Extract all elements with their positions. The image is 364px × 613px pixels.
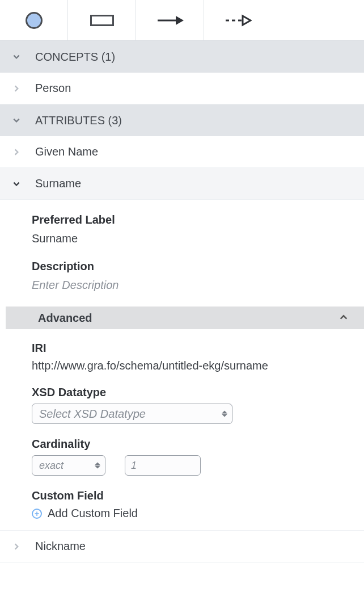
iri-label: IRI <box>32 342 364 355</box>
attribute-item-expanded[interactable]: Surname <box>0 168 364 200</box>
tool-arrow-solid[interactable] <box>136 0 204 40</box>
concept-item[interactable]: Person <box>0 73 364 104</box>
section-attributes-header[interactable]: ATTRIBUTES (3) <box>0 104 364 136</box>
xsd-datatype-label: XSD Datatype <box>32 386 364 399</box>
description-input[interactable]: Enter Description <box>32 279 364 292</box>
cardinality-mode-select[interactable]: exact <box>32 455 105 476</box>
arrow-right-icon <box>156 14 184 27</box>
attribute-item-label: Nickname <box>35 540 86 553</box>
section-concepts-header[interactable]: CONCEPTS (1) <box>0 41 364 73</box>
cardinality-value-placeholder: 1 <box>131 460 137 472</box>
preferred-label-label: Preferred Label <box>32 213 364 226</box>
arrow-right-dashed-icon <box>225 14 252 27</box>
stepper-icon <box>222 411 227 417</box>
plus-circle-icon: + <box>32 509 42 519</box>
custom-field-label: Custom Field <box>32 489 364 502</box>
attribute-item[interactable]: Given Name <box>0 136 364 168</box>
preferred-label-value[interactable]: Surname <box>32 232 364 245</box>
section-concepts-label: CONCEPTS (1) <box>35 51 115 64</box>
cardinality-label: Cardinality <box>32 438 364 451</box>
attribute-item[interactable]: Nickname <box>0 531 364 562</box>
circle-icon <box>26 12 43 29</box>
advanced-content: IRI http://www.gra.fo/schema/untitled-ek… <box>32 329 364 520</box>
cardinality-mode-value: exact <box>39 460 64 472</box>
stepper-icon <box>95 463 100 469</box>
concept-item-label: Person <box>35 82 71 95</box>
toolbar <box>0 0 364 41</box>
iri-value[interactable]: http://www.gra.fo/schema/untitled-ekg/su… <box>32 359 364 372</box>
advanced-label: Advanced <box>38 312 92 325</box>
xsd-datatype-select[interactable]: Select XSD Datatype <box>32 404 232 424</box>
description-label: Description <box>32 260 364 273</box>
chevron-down-icon <box>11 52 22 62</box>
rectangle-icon <box>90 15 114 26</box>
chevron-down-icon <box>11 179 22 189</box>
add-custom-field-label: Add Custom Field <box>48 507 138 520</box>
section-attributes-label: ATTRIBUTES (3) <box>35 114 122 127</box>
attribute-item-label: Given Name <box>35 145 98 158</box>
chevron-up-icon <box>339 312 348 325</box>
attribute-detail-panel: Preferred Label Surname Description Ente… <box>0 200 364 531</box>
svg-marker-1 <box>176 16 184 25</box>
advanced-toggle[interactable]: Advanced <box>6 306 364 329</box>
add-custom-field-button[interactable]: + Add Custom Field <box>32 507 364 520</box>
attribute-item-label: Surname <box>35 177 81 190</box>
svg-marker-3 <box>243 16 251 25</box>
tool-concept-circle[interactable] <box>0 0 68 40</box>
tool-concept-rect[interactable] <box>68 0 136 40</box>
xsd-datatype-placeholder: Select XSD Datatype <box>39 408 146 421</box>
cardinality-value-input[interactable]: 1 <box>125 455 201 476</box>
chevron-right-icon <box>11 541 22 552</box>
chevron-down-icon <box>11 115 22 125</box>
chevron-right-icon <box>11 147 22 157</box>
tool-arrow-dashed[interactable] <box>204 0 272 40</box>
chevron-right-icon <box>11 83 22 94</box>
